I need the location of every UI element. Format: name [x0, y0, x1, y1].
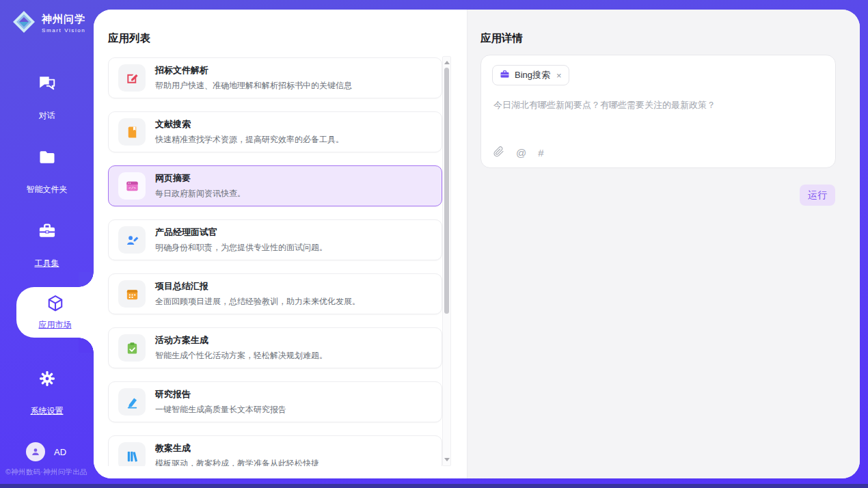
avatar [26, 442, 45, 461]
app-detail-pane: 应用详情 Bing搜索 × 今日湖北有哪些新闻要点？有哪些需要关注的最新政策？ [467, 10, 860, 478]
attachment-icon[interactable] [493, 146, 504, 159]
app-card-description: 明确身份和职责，为您提供专业性的面试问题。 [155, 242, 327, 254]
sidebar-item-label: 对话 [39, 110, 55, 122]
app-list-pane: 应用列表 招标文件解析 帮助用户快速、准确地理解和解析招标书中的关键信息 [94, 10, 467, 478]
sidebar-item-toolset[interactable]: 工具集 [0, 221, 94, 269]
toolbox-icon [0, 221, 94, 241]
app-card-title: 项目总结汇报 [155, 280, 360, 293]
app-detail-title: 应用详情 [480, 31, 523, 46]
sidebar-item-app-market[interactable]: 应用市场 [16, 287, 94, 338]
books-icon [118, 442, 146, 466]
doc-edit-icon [118, 64, 146, 92]
app-card-description: 帮助用户快速、准确地理解和解析招标书中的关键信息 [155, 80, 352, 92]
logo-title: 神州问学 [42, 13, 85, 26]
mention-icon[interactable]: @ [516, 148, 526, 158]
copyright-text: ©神州数码·神州问学出品 [5, 467, 87, 477]
app-card-description: 模板驱动，教案秒成，教学准备从此轻松快捷 [155, 458, 319, 466]
app-card-title: 研究报告 [155, 388, 286, 401]
app-list-scroll-area: 招标文件解析 帮助用户快速、准确地理解和解析招标书中的关键信息 文 [108, 56, 451, 466]
main-content: 应用列表 招标文件解析 帮助用户快速、准确地理解和解析招标书中的关键信息 [94, 10, 860, 478]
ink-pen-icon [118, 388, 146, 416]
folder-icon [0, 148, 94, 167]
logo-subtitle: Smart Vision [42, 27, 85, 33]
app-card-description: 快速精准查找学术资源，提高研究效率的必备工具。 [155, 134, 344, 146]
app-card-title: 网页摘要 [155, 172, 245, 185]
interviewer-icon [118, 226, 146, 254]
app-card-title: 产品经理面试官 [155, 226, 327, 239]
scrollbar-up-arrow-icon[interactable] [444, 61, 450, 64]
scrollbar-down-arrow-icon[interactable] [444, 458, 450, 461]
app-card-title: 活动方案生成 [155, 334, 327, 347]
scrollbar-thumb[interactable] [444, 68, 449, 314]
user-name: AD [54, 447, 66, 457]
tool-chip-label: Bing搜索 [515, 69, 550, 81]
sidebar-item-settings[interactable]: 系统设置 [0, 369, 94, 417]
app-card-research-report[interactable]: 研究报告 一键智能生成高质量长文本研究报告 [108, 381, 442, 422]
app-card-title: 招标文件解析 [155, 64, 352, 77]
sidebar-item-label: 工具集 [35, 258, 59, 269]
window-bottom-edge [0, 484, 868, 488]
composer-toolbar: @ # [493, 146, 544, 159]
app-card-title: 教案生成 [155, 442, 319, 455]
app-card-web-summary[interactable]: </> 网页摘要 每日政府新闻资讯快查。 [108, 165, 442, 206]
clipboard-check-icon [118, 334, 146, 362]
sidebar-item-label: 系统设置 [31, 405, 64, 417]
query-text[interactable]: 今日湖北有哪些新闻要点？有哪些需要关注的最新政策？ [493, 98, 823, 112]
app-card-description: 智能生成个性化活动方案，轻松解决规划难题。 [155, 350, 327, 362]
app-card-description: 一键智能生成高质量长文本研究报告 [155, 404, 286, 416]
app-card-project-summary[interactable]: 项目总结汇报 全面回顾项目进展，总结经验教训，助力未来优化发展。 [108, 273, 442, 314]
chat-icon [0, 74, 94, 93]
chip-close-icon[interactable]: × [556, 71, 562, 80]
app-list-title: 应用列表 [108, 31, 150, 46]
sidebar-item-chat[interactable]: 对话 [0, 74, 94, 122]
run-button[interactable]: 运行 [800, 185, 835, 206]
app-card-description: 每日政府新闻资讯快查。 [155, 188, 245, 200]
cube-icon [45, 304, 66, 316]
book-icon [118, 118, 146, 146]
logo-gem-icon [11, 9, 37, 38]
app-card-description: 全面回顾项目进展，总结经验教训，助力未来优化发展。 [155, 296, 360, 308]
hash-icon[interactable]: # [538, 148, 543, 158]
tool-chip-bing-search[interactable]: Bing搜索 × [492, 65, 569, 85]
browser-code-icon: </> [118, 172, 146, 200]
app-card-pm-interviewer[interactable]: 产品经理面试官 明确身份和职责，为您提供专业性的面试问题。 [108, 219, 442, 260]
app-logo: 神州问学 Smart Vision [11, 9, 85, 38]
app-window: 神州问学 Smart Vision 对话 智能文件夹 [0, 0, 868, 488]
briefcase-icon [500, 69, 510, 82]
sidebar-item-label: 应用市场 [39, 319, 72, 331]
gear-icon [0, 369, 94, 388]
svg-text:</>: </> [128, 185, 135, 190]
app-card-event-plan[interactable]: 活动方案生成 智能生成个性化活动方案，轻松解决规划难题。 [108, 327, 442, 368]
user-account[interactable]: AD [26, 442, 66, 461]
app-card-lesson-plan[interactable]: 教案生成 模板驱动，教案秒成，教学准备从此轻松快捷 [108, 435, 442, 466]
app-card-bid-analysis[interactable]: 招标文件解析 帮助用户快速、准确地理解和解析招标书中的关键信息 [108, 57, 442, 98]
app-card-literature-search[interactable]: 文献搜索 快速精准查找学术资源，提高研究效率的必备工具。 [108, 111, 442, 152]
query-composer[interactable]: Bing搜索 × 今日湖北有哪些新闻要点？有哪些需要关注的最新政策？ @ # [480, 55, 836, 168]
app-card-title: 文献搜索 [155, 118, 344, 131]
sidebar-item-label: 智能文件夹 [27, 184, 68, 195]
sidebar-item-smart-folder[interactable]: 智能文件夹 [0, 148, 94, 195]
sidebar: 神州问学 Smart Vision 对话 智能文件夹 [0, 0, 94, 488]
calendar-icon [118, 280, 146, 308]
scrollbar[interactable] [442, 56, 451, 466]
